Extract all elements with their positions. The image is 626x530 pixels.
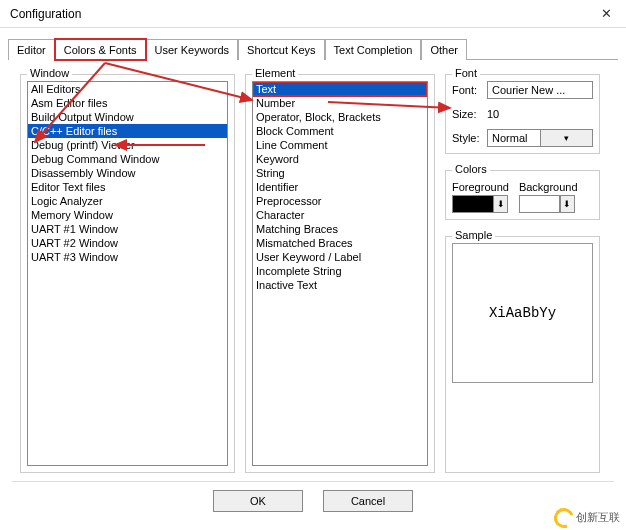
list-item-selected[interactable]: C/C++ Editor files <box>28 124 227 138</box>
sample-fieldset: Sample XiAaBbYy <box>445 236 600 473</box>
list-item[interactable]: Logic Analyzer <box>28 194 227 208</box>
list-item[interactable]: Debug Command Window <box>28 152 227 166</box>
list-item[interactable]: Editor Text files <box>28 180 227 194</box>
sample-preview: XiAaBbYy <box>452 243 593 383</box>
list-item[interactable]: Keyword <box>253 152 427 166</box>
list-item-selected[interactable]: Text <box>253 82 427 96</box>
window-listbox[interactable]: All Editors Asm Editor files Build Outpu… <box>27 81 228 466</box>
list-item[interactable]: Character <box>253 208 427 222</box>
window-title: Configuration <box>10 7 81 21</box>
list-item[interactable]: Operator, Block, Brackets <box>253 110 427 124</box>
foreground-chip <box>453 196 493 212</box>
list-item[interactable]: Line Comment <box>253 138 427 152</box>
style-value: Normal <box>488 130 540 146</box>
titlebar: Configuration <box>0 0 626 28</box>
list-item[interactable]: Identifier <box>253 180 427 194</box>
chevron-down-icon[interactable] <box>540 130 593 146</box>
tab-text-completion[interactable]: Text Completion <box>325 39 422 60</box>
watermark: 创新互联 <box>548 504 626 530</box>
window-fieldset: Window All Editors Asm Editor files Buil… <box>20 74 235 473</box>
style-select[interactable]: Normal <box>487 129 593 147</box>
list-item[interactable]: Mismatched Braces <box>253 236 427 250</box>
tab-content: Window All Editors Asm Editor files Buil… <box>0 60 626 473</box>
list-item[interactable]: UART #1 Window <box>28 222 227 236</box>
colors-fieldset: Colors Foreground ⬇ Background ⬇ <box>445 170 600 220</box>
ok-button[interactable]: OK <box>213 490 303 512</box>
style-label: Style: <box>452 132 487 144</box>
element-fieldset: Element Text Number Operator, Block, Bra… <box>245 74 435 473</box>
cancel-button[interactable]: Cancel <box>323 490 413 512</box>
close-button[interactable] <box>586 0 626 28</box>
list-item[interactable]: Incomplete String <box>253 264 427 278</box>
size-value: 10 <box>487 106 593 122</box>
tab-strip: Editor Colors & Fonts User Keywords Shor… <box>8 38 618 60</box>
background-swatch[interactable]: ⬇ <box>519 195 575 213</box>
list-item[interactable]: Matching Braces <box>253 222 427 236</box>
list-item[interactable]: String <box>253 166 427 180</box>
list-item[interactable]: Preprocessor <box>253 194 427 208</box>
chevron-down-icon[interactable]: ⬇ <box>560 196 574 212</box>
button-row: OK Cancel <box>12 481 614 520</box>
tab-editor[interactable]: Editor <box>8 39 55 60</box>
font-picker[interactable]: Courier New ... <box>487 81 593 99</box>
foreground-swatch[interactable]: ⬇ <box>452 195 508 213</box>
tab-other[interactable]: Other <box>421 39 467 60</box>
list-item[interactable]: Debug (printf) Viewer <box>28 138 227 152</box>
list-item[interactable]: All Editors <box>28 82 227 96</box>
foreground-label: Foreground <box>452 181 509 193</box>
font-label: Font: <box>452 84 487 96</box>
colors-legend: Colors <box>452 163 490 175</box>
list-item[interactable]: Memory Window <box>28 208 227 222</box>
element-listbox[interactable]: Text Number Operator, Block, Brackets Bl… <box>252 81 428 466</box>
element-legend: Element <box>252 67 298 79</box>
window-legend: Window <box>27 67 72 79</box>
list-item[interactable]: Number <box>253 96 427 110</box>
list-item[interactable]: Build Output Window <box>28 110 227 124</box>
list-item[interactable]: Block Comment <box>253 124 427 138</box>
tab-shortcut-keys[interactable]: Shortcut Keys <box>238 39 324 60</box>
size-label: Size: <box>452 108 487 120</box>
sample-legend: Sample <box>452 229 495 241</box>
font-legend: Font <box>452 67 480 79</box>
background-chip <box>520 196 560 212</box>
chevron-down-icon[interactable]: ⬇ <box>493 196 507 212</box>
list-item[interactable]: Inactive Text <box>253 278 427 292</box>
watermark-logo-icon <box>554 508 572 526</box>
list-item[interactable]: User Keyword / Label <box>253 250 427 264</box>
background-label: Background <box>519 181 578 193</box>
watermark-text: 创新互联 <box>576 510 620 525</box>
list-item[interactable]: Disassembly Window <box>28 166 227 180</box>
tab-colors-fonts[interactable]: Colors & Fonts <box>55 39 146 60</box>
list-item[interactable]: UART #2 Window <box>28 236 227 250</box>
list-item[interactable]: Asm Editor files <box>28 96 227 110</box>
font-fieldset: Font Font: Courier New ... Size: 10 Styl… <box>445 74 600 154</box>
tab-user-keywords[interactable]: User Keywords <box>146 39 239 60</box>
list-item[interactable]: UART #3 Window <box>28 250 227 264</box>
